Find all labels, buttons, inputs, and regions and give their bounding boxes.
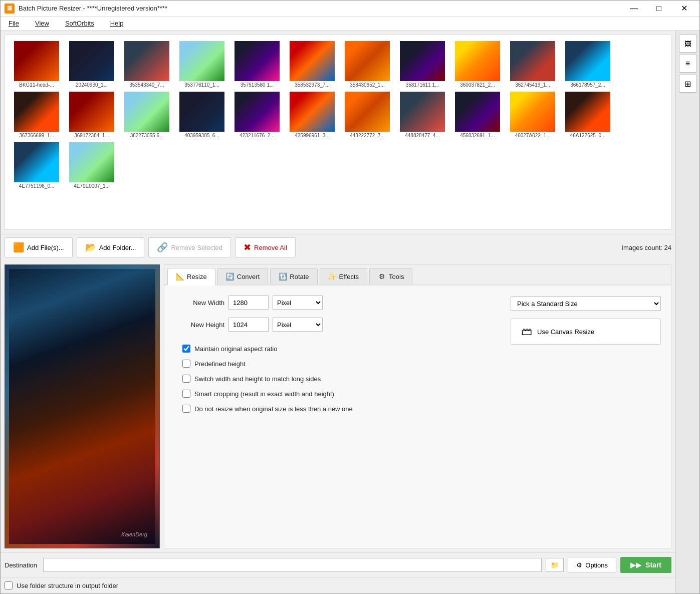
new-width-label: New Width bbox=[174, 299, 224, 307]
image-thumbnail bbox=[14, 41, 59, 81]
height-unit-select[interactable]: Pixel Percent Inch bbox=[273, 318, 323, 332]
list-view-icon: ≡ bbox=[685, 59, 690, 68]
list-item[interactable]: 357513580 1... bbox=[229, 39, 285, 90]
destination-input[interactable] bbox=[43, 558, 542, 572]
list-item[interactable]: 353776110_1... bbox=[174, 39, 229, 90]
tools-tab-icon: ⚙ bbox=[378, 272, 386, 280]
switch-width-height-label[interactable]: Switch width and height to match long si… bbox=[194, 375, 321, 383]
tab-rotate[interactable]: 🔃 Rotate bbox=[270, 268, 317, 284]
list-item[interactable]: BKG11-head-... bbox=[9, 39, 64, 90]
no-resize-smaller-label[interactable]: Do not resize when original size is less… bbox=[194, 405, 353, 413]
tab-resize[interactable]: 📐 Resize bbox=[167, 268, 215, 285]
menu-help[interactable]: Help bbox=[106, 18, 128, 29]
list-item[interactable]: 456032691_1... bbox=[450, 90, 505, 140]
image-thumbnail bbox=[124, 92, 169, 132]
standard-size-select[interactable]: Pick a Standard Size 640×480 800×600 102… bbox=[511, 296, 661, 311]
no-resize-smaller-checkbox[interactable] bbox=[182, 405, 190, 413]
preview-watermark: KalenDerg bbox=[121, 531, 147, 537]
grid-view-button[interactable]: ⊞ bbox=[679, 75, 697, 93]
list-item[interactable]: 358171611 1... bbox=[395, 39, 450, 90]
switch-width-height-checkbox[interactable] bbox=[182, 375, 190, 383]
image-label: 20240930_1... bbox=[76, 82, 108, 88]
image-label: 353776110_1... bbox=[184, 82, 219, 88]
image-thumbnail bbox=[400, 41, 445, 81]
image-thumbnail bbox=[455, 41, 500, 81]
menu-view[interactable]: View bbox=[31, 18, 53, 29]
convert-tab-icon: 🔄 bbox=[226, 272, 234, 280]
folder-structure-label[interactable]: Use folder structure in output folder bbox=[17, 582, 118, 589]
image-label: 46027A022_1... bbox=[515, 133, 551, 138]
add-files-button[interactable]: 🟧 Add File(s)... bbox=[5, 237, 73, 257]
list-item[interactable]: 448828477_4... bbox=[395, 90, 450, 140]
remove-all-button[interactable]: ✖ Remove All bbox=[235, 237, 296, 257]
width-unit-select[interactable]: Pixel Percent Inch bbox=[273, 295, 323, 310]
destination-folder-button[interactable]: 📁 bbox=[546, 558, 564, 572]
add-folder-button[interactable]: 📂 Add Folder... bbox=[77, 237, 145, 257]
image-thumbnail bbox=[510, 41, 555, 81]
list-item[interactable]: 367366699_1... bbox=[9, 90, 64, 140]
tab-effects[interactable]: ✨ Effects bbox=[320, 268, 368, 284]
canvas-resize-button[interactable]: 🗃 Use Canvas Resize bbox=[511, 319, 661, 345]
list-view-button[interactable]: ≡ bbox=[679, 55, 697, 73]
smart-cropping-checkbox[interactable] bbox=[182, 390, 190, 398]
list-item[interactable]: 46027A022_1... bbox=[505, 90, 560, 140]
list-item[interactable]: 4E7751196_0... bbox=[9, 140, 64, 191]
remove-selected-button[interactable]: 🔗 Remove Selected bbox=[148, 237, 231, 257]
image-label: 358430652_1... bbox=[350, 82, 385, 88]
list-item[interactable]: 382273055 6... bbox=[119, 90, 174, 140]
sidebar-right: 🖼 ≡ ⊞ bbox=[675, 31, 699, 593]
list-item[interactable]: 20240930_1... bbox=[64, 39, 119, 90]
list-item[interactable]: 358430652_1... bbox=[340, 39, 395, 90]
predefined-height-checkbox[interactable] bbox=[182, 360, 190, 368]
bottom-bar: Use folder structure in output folder bbox=[1, 577, 675, 593]
image-label: 360037821_2... bbox=[460, 82, 495, 88]
list-item[interactable]: 362745419_1... bbox=[505, 39, 560, 90]
predefined-height-label[interactable]: Predefined height bbox=[194, 360, 246, 368]
window-title: Batch Picture Resizer - ****Unregistered… bbox=[19, 5, 622, 12]
image-thumbnail bbox=[69, 142, 114, 182]
list-item[interactable]: 423211676_2... bbox=[229, 90, 285, 140]
image-thumbnail bbox=[235, 41, 280, 81]
preview-image: KalenDerg bbox=[5, 265, 159, 548]
image-label: 369172384_1... bbox=[74, 133, 109, 138]
menu-softorbits[interactable]: SoftOrbits bbox=[61, 18, 98, 29]
smart-cropping-label[interactable]: Smart cropping (result in exact width an… bbox=[194, 390, 334, 398]
tab-convert[interactable]: 🔄 Convert bbox=[217, 268, 269, 284]
list-item[interactable]: 366178957_2... bbox=[560, 39, 615, 90]
list-item[interactable]: 425996961_3... bbox=[285, 90, 340, 140]
destination-label: Destination bbox=[5, 561, 37, 569]
image-thumbnail bbox=[345, 41, 390, 81]
image-view-button[interactable]: 🖼 bbox=[679, 35, 697, 53]
grid-view-icon: ⊞ bbox=[684, 79, 691, 89]
maintain-aspect-checkbox[interactable] bbox=[182, 345, 190, 353]
right-col: Pick a Standard Size 640×480 800×600 102… bbox=[511, 295, 661, 345]
maximize-button[interactable]: □ bbox=[647, 1, 670, 17]
list-item[interactable]: 403959305_6... bbox=[174, 90, 229, 140]
image-thumbnail bbox=[69, 41, 114, 81]
settings-content: New Width Pixel Percent Inch bbox=[164, 285, 671, 548]
list-item[interactable]: 358532973_7... bbox=[285, 39, 340, 90]
close-button[interactable]: ✕ bbox=[672, 1, 695, 17]
bottom-section: KalenDerg 📐 Resize bbox=[1, 260, 675, 552]
options-button[interactable]: ⚙ Options bbox=[568, 557, 616, 573]
start-button[interactable]: ▶▶ Start bbox=[620, 557, 671, 573]
list-item[interactable]: 4E70E0007_1... bbox=[64, 140, 119, 191]
tab-tools[interactable]: ⚙ Tools bbox=[369, 268, 412, 284]
maintain-aspect-label[interactable]: Maintain original aspect ratio bbox=[194, 345, 277, 353]
folder-structure-checkbox[interactable] bbox=[5, 581, 13, 589]
switch-width-height-row: Switch width and height to match long si… bbox=[174, 375, 661, 383]
image-thumbnail bbox=[290, 41, 335, 81]
window-controls: — □ ✕ bbox=[622, 1, 695, 17]
image-thumbnail bbox=[179, 92, 224, 132]
list-item[interactable]: 353543340_7... bbox=[119, 39, 174, 90]
menu-file[interactable]: File bbox=[5, 18, 23, 29]
image-thumbnail bbox=[290, 92, 335, 132]
new-width-input[interactable] bbox=[228, 295, 269, 310]
minimize-button[interactable]: — bbox=[622, 1, 645, 17]
destination-bar: Destination 📁 ⚙ Options ▶▶ Start bbox=[1, 552, 675, 577]
list-item[interactable]: 360037821_2... bbox=[450, 39, 505, 90]
new-height-input[interactable] bbox=[228, 318, 269, 332]
list-item[interactable]: 369172384_1... bbox=[64, 90, 119, 140]
list-item[interactable]: 46A122625_0... bbox=[560, 90, 615, 140]
list-item[interactable]: 448222772_7... bbox=[340, 90, 395, 140]
